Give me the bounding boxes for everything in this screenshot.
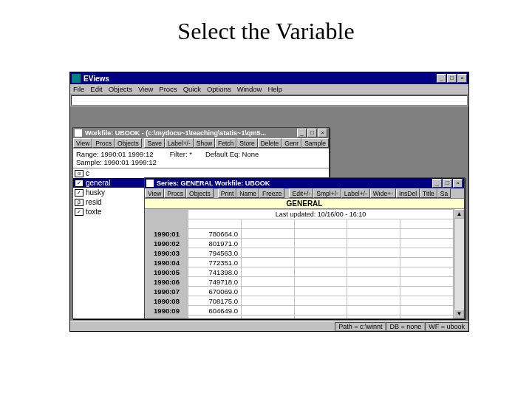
wf-min-button[interactable]: _ (297, 129, 307, 137)
wf-btn-objects[interactable]: Objects (115, 138, 142, 148)
menu-objects[interactable]: Objects (109, 85, 132, 93)
sr-btn-procs[interactable]: Procs (164, 188, 186, 198)
data-row[interactable]: 1990:10719032.0 (146, 316, 454, 319)
data-row[interactable]: 1990:02801971.0 (146, 239, 454, 248)
sr-btn-smpl[interactable]: Smpl+/- (313, 188, 341, 198)
menu-window[interactable]: Window (237, 85, 262, 93)
row-period: 1990:06 (146, 277, 188, 287)
wf-btn-sample[interactable]: Sample (301, 138, 329, 148)
wf-max-button[interactable]: □ (307, 129, 317, 137)
sr-btn-objects[interactable]: Objects (186, 188, 214, 198)
sr-btn-view[interactable]: View (145, 188, 164, 198)
sr-btn-wide[interactable]: Wide+- (370, 188, 396, 198)
row-period: 1990:04 (146, 258, 188, 267)
sr-btn-title[interactable]: Title (420, 188, 437, 198)
close-button[interactable]: × (457, 74, 467, 83)
menu-quick[interactable]: Quick (183, 85, 201, 93)
sr-btn-sa[interactable]: Sa (437, 188, 451, 198)
main-titlebar: EViews _ □ × (70, 72, 468, 84)
wf-btn-show[interactable]: Show (194, 138, 215, 148)
sr-btn-edit[interactable]: Edit+/- (289, 188, 313, 198)
row-period: 1990:02 (146, 239, 188, 248)
workfile-info: Range: 1990:01 1999:12 Sample: 1990:01 1… (73, 149, 329, 168)
status-path: Path = c:\winnt (335, 322, 386, 331)
scroll-down-icon[interactable]: ▼ (454, 309, 464, 318)
wf-btn-save[interactable]: Save (144, 138, 164, 148)
workfile-toolbar: View Procs Objects Save Label+/- Show Fe… (73, 138, 329, 149)
row-period: 1990:07 (146, 287, 188, 296)
slide-title: Select the Variable (0, 18, 532, 45)
data-row[interactable]: 1990:07670069.0 (146, 287, 454, 296)
status-db: DB = none (386, 322, 425, 331)
sr-btn-label[interactable]: Label+/- (341, 188, 370, 198)
var-type-icon: ✓ (75, 208, 83, 216)
sr-btn-insdel[interactable]: InsDel (396, 188, 420, 198)
series-grid: Last updated: 10/16/00 - 16:101990:01780… (145, 209, 464, 318)
sr-min-button[interactable]: _ (432, 179, 442, 188)
default-eq-label: Default Eq: None (205, 150, 259, 166)
menu-procs[interactable]: Procs (159, 85, 177, 93)
wf-btn-fetch[interactable]: Fetch (215, 138, 236, 148)
eviews-main-window: EViews _ □ × File Edit Objects View Proc… (69, 72, 469, 332)
vertical-scrollbar[interactable]: ▲ ▼ (454, 209, 464, 318)
row-value: 801971.0 (188, 239, 242, 248)
row-period: 1990:08 (146, 296, 188, 306)
wf-btn-genr[interactable]: Genr (282, 138, 301, 148)
row-value: 670069.0 (188, 287, 242, 296)
wf-btn-procs[interactable]: Procs (92, 138, 115, 148)
sr-max-button[interactable]: □ (443, 179, 452, 188)
var-type-icon: β (75, 199, 83, 206)
minimize-button[interactable]: _ (437, 74, 446, 83)
row-value: 749718.0 (188, 277, 242, 287)
data-row[interactable]: 1990:09604649.0 (146, 306, 454, 316)
data-row[interactable]: 1990:03794563.0 (146, 248, 454, 258)
command-bar[interactable] (71, 95, 468, 106)
var-name: toxte (86, 208, 102, 216)
wf-btn-delete[interactable]: Delete (258, 138, 282, 148)
menu-help[interactable]: Help (267, 85, 282, 93)
row-value: 719032.0 (188, 316, 242, 319)
var-type-icon: α (75, 170, 83, 177)
data-row[interactable]: 1990:01780664.0 (146, 229, 454, 239)
data-row[interactable]: 1990:05741398.0 (146, 267, 454, 277)
var-name: husky (86, 188, 105, 197)
app-title: EViews (83, 75, 437, 83)
series-window: Series: GENERAL Workfile: UBOOK _ □ × Vi… (144, 177, 465, 319)
scroll-up-icon[interactable]: ▲ (454, 209, 464, 219)
var-name: resid (86, 198, 102, 206)
workfile-icon (75, 129, 82, 137)
sr-btn-freeze[interactable]: Freeze (259, 188, 284, 198)
series-toolbar: View Procs Objects Print Name Freeze Edi… (145, 188, 464, 199)
wf-btn-view[interactable]: View (73, 138, 92, 148)
row-value: 772351.0 (188, 258, 242, 267)
wf-close-button[interactable]: × (318, 129, 327, 137)
wf-btn-label[interactable]: Label+/- (165, 138, 194, 148)
workfile-titlebar: Workfile: UBOOK - (c:\mydocu~1\teaching\… (73, 128, 329, 138)
var-type-icon: ✓ (75, 189, 83, 197)
mdi-area: Workfile: UBOOK - (c:\mydocu~1\teaching\… (70, 106, 468, 321)
menu-options[interactable]: Options (207, 85, 231, 93)
sr-close-button[interactable]: × (453, 179, 463, 188)
row-period: 1990:03 (146, 248, 188, 258)
menu-view[interactable]: View (138, 85, 153, 93)
data-row[interactable]: 1990:08708175.0 (146, 296, 454, 306)
row-period: 1990:01 (146, 229, 188, 239)
sr-btn-name[interactable]: Name (236, 188, 259, 198)
series-icon (146, 180, 154, 187)
row-value: 604649.0 (188, 306, 242, 316)
var-name: general (86, 179, 110, 187)
menu-edit[interactable]: Edit (90, 85, 102, 93)
data-row[interactable]: 1990:04772351.0 (146, 258, 454, 267)
sample-label: Sample: (76, 158, 102, 166)
wf-btn-store[interactable]: Store (236, 138, 257, 148)
menu-file[interactable]: File (73, 85, 84, 93)
maximize-button[interactable]: □ (447, 74, 457, 83)
app-icon (72, 74, 81, 83)
row-value: 780664.0 (188, 229, 242, 239)
menubar: File Edit Objects View Procs Quick Optio… (70, 84, 468, 95)
workfile-title: Workfile: UBOOK - (c:\mydocu~1\teaching\… (85, 129, 297, 137)
data-row[interactable]: 1990:06749718.0 (146, 277, 454, 287)
sr-btn-print[interactable]: Print (218, 188, 236, 198)
status-wf: WF = ubook (425, 322, 468, 331)
row-value: 741398.0 (188, 267, 242, 277)
